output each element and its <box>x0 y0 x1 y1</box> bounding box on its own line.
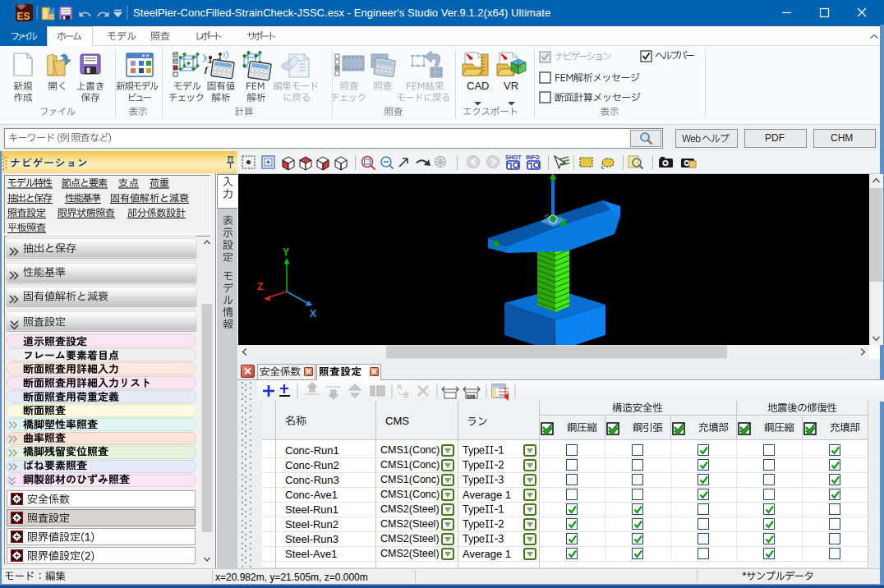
svg-text:f: f <box>205 64 209 74</box>
svg-text:A: A <box>397 383 403 391</box>
svg-text:ES: ES <box>17 11 30 22</box>
svg-text:SHOT: SHOT <box>505 154 522 160</box>
svg-text:B: B <box>403 391 409 399</box>
svg-text:INFO: INFO <box>526 154 540 160</box>
svg-text:123: 123 <box>467 394 476 399</box>
svg-text:Y: Y <box>283 246 290 258</box>
svg-text:X: X <box>310 308 317 319</box>
svg-text:Z: Z <box>257 281 264 292</box>
